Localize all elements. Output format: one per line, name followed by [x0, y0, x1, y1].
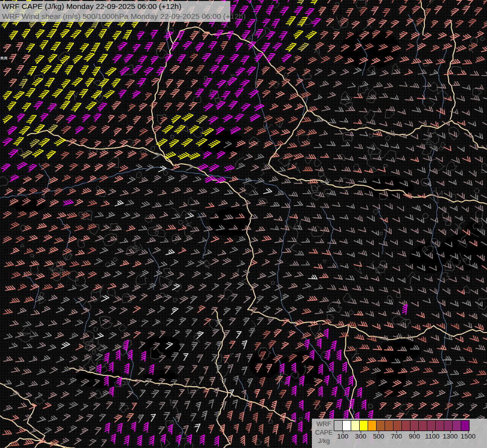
legend-color-box — [427, 420, 436, 431]
legend-color-box — [444, 420, 453, 431]
legend-color-box — [452, 420, 461, 431]
legend-color-box — [461, 420, 470, 431]
legend-colorbar — [334, 420, 470, 431]
legend-color-box — [385, 420, 393, 431]
legend-color-box — [376, 420, 385, 431]
title-overlay: WRF CAPE (J/kg) Monday 22-09-2025 06:00 … — [0, 1, 230, 22]
legend-color-box — [401, 420, 410, 431]
legend-color-box — [418, 420, 427, 431]
legend-color-box — [351, 420, 360, 431]
map-canvas: RR WRF CAPE (J/kg) Monday 22-09-2025 06:… — [0, 0, 487, 448]
cape-legend: WRF CAPE J/kg 10030050070090011001300150… — [312, 419, 487, 448]
legend-tick-label: 1500 — [457, 433, 479, 440]
map-region-label: RR — [0, 56, 8, 61]
weather-map-stage: RR WRF CAPE (J/kg) Monday 22-09-2025 06:… — [0, 0, 487, 448]
title-line-cape: WRF CAPE (J/kg) Monday 22-09-2025 06:00 … — [2, 1, 227, 11]
legend-color-box — [368, 420, 377, 431]
legend-title-unit: J/kg — [315, 437, 333, 445]
wind-barb-field — [0, 0, 487, 448]
legend-color-box — [334, 420, 343, 431]
legend-color-box — [359, 420, 368, 431]
legend-title-field: CAPE — [315, 428, 333, 437]
legend-color-box — [410, 420, 419, 431]
legend-title: WRF CAPE J/kg — [315, 420, 333, 445]
title-line-shear: WRF Wind shear (m/s) 500/1000hPa Monday … — [2, 11, 227, 21]
legend-color-box — [393, 420, 402, 431]
legend-color-box — [342, 420, 351, 431]
legend-color-box — [435, 420, 444, 431]
legend-title-model: WRF — [315, 420, 333, 428]
